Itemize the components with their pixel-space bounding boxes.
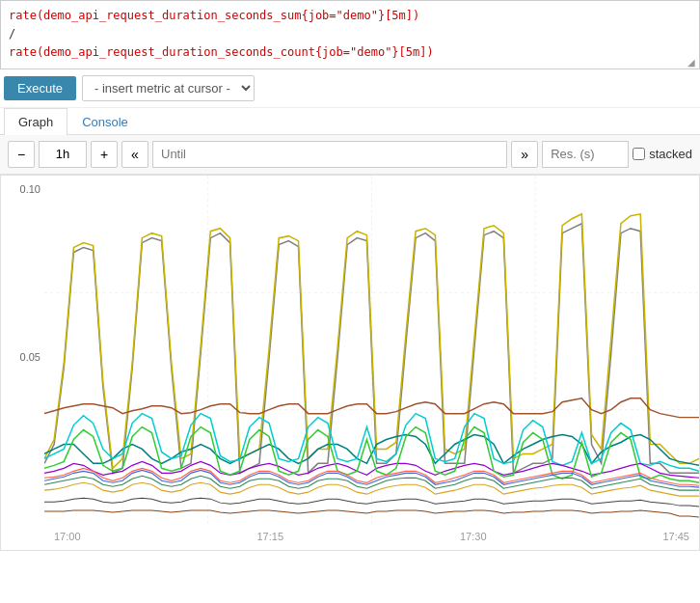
time-range-input[interactable]	[39, 141, 87, 168]
time-forward-button[interactable]: »	[511, 141, 538, 168]
tabs-bar: Graph Console	[0, 108, 700, 135]
chart-svg-container	[44, 176, 699, 527]
y-label-top: 0.10	[20, 183, 40, 195]
x-label-1700: 17:00	[54, 531, 81, 550]
tab-console[interactable]: Console	[67, 108, 143, 135]
resize-handle[interactable]: ◢	[687, 57, 697, 67]
chart-area: 0.10 0.05	[0, 175, 700, 551]
stacked-checkbox[interactable]	[633, 148, 645, 160]
x-label-1730: 17:30	[460, 531, 487, 550]
time-minus-button[interactable]: −	[8, 141, 35, 168]
y-axis: 0.10 0.05	[1, 176, 44, 527]
stacked-text: stacked	[649, 147, 692, 161]
time-plus-button[interactable]: +	[91, 141, 118, 168]
execute-button[interactable]: Execute	[4, 76, 76, 100]
query-divider: /	[9, 25, 691, 43]
until-input[interactable]	[152, 141, 507, 168]
tab-graph[interactable]: Graph	[4, 108, 67, 135]
chart-svg	[44, 176, 699, 527]
resolution-input[interactable]	[542, 141, 629, 168]
query-line-2: rate(demo_api_request_duration_seconds_c…	[9, 43, 691, 62]
query-editor[interactable]: rate(demo_api_request_duration_seconds_s…	[0, 0, 700, 69]
x-label-1715: 17:15	[256, 531, 283, 550]
x-label-1745: 17:45	[662, 531, 689, 550]
query-line-1: rate(demo_api_request_duration_seconds_s…	[9, 7, 691, 25]
insert-metric-select[interactable]: - insert metric at cursor -	[82, 75, 255, 101]
graph-controls: − + « » stacked	[0, 135, 700, 175]
y-label-mid: 0.05	[20, 351, 40, 363]
time-back-button[interactable]: «	[121, 141, 148, 168]
toolbar: Execute - insert metric at cursor -	[0, 69, 700, 108]
stacked-label[interactable]: stacked	[633, 147, 692, 161]
x-axis: 17:00 17:15 17:30 17:45	[44, 527, 699, 550]
